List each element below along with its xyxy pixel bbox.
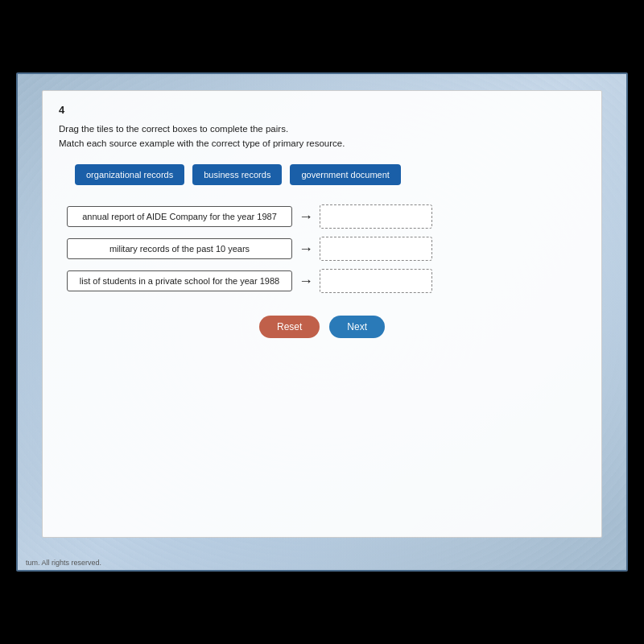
arrow-3: → xyxy=(299,273,313,290)
drop-box-3[interactable] xyxy=(320,269,432,293)
next-button[interactable]: Next xyxy=(329,316,385,338)
screen-inner: 4 Drag the tiles to the correct boxes to… xyxy=(18,74,626,570)
question-number: 4 xyxy=(59,104,585,116)
tile-government-document[interactable]: government document xyxy=(290,164,400,185)
instruction-2: Match each source example with the corre… xyxy=(59,138,585,148)
screen: 4 Drag the tiles to the correct boxes to… xyxy=(16,72,628,572)
question-card: 4 Drag the tiles to the correct boxes to… xyxy=(42,90,602,538)
pair-row-3: list of students in a private school for… xyxy=(67,269,585,293)
instruction-1: Drag the tiles to the correct boxes to c… xyxy=(59,124,585,134)
pairs-section: annual report of AIDE Company for the ye… xyxy=(59,204,585,293)
reset-button[interactable]: Reset xyxy=(259,316,320,338)
tile-organizational-records[interactable]: organizational records xyxy=(75,164,184,185)
tiles-row: organizational records business records … xyxy=(59,164,585,185)
arrow-1: → xyxy=(299,208,313,225)
arrow-2: → xyxy=(299,241,313,258)
tile-business-records[interactable]: business records xyxy=(192,164,282,185)
source-box-3: list of students in a private school for… xyxy=(67,270,292,291)
pair-row-2: military records of the past 10 years → xyxy=(67,237,585,261)
buttons-row: Reset Next xyxy=(59,316,585,338)
copyright: tum. All rights reserved. xyxy=(26,559,101,567)
source-box-2: military records of the past 10 years xyxy=(67,238,292,259)
pair-row-1: annual report of AIDE Company for the ye… xyxy=(67,204,585,229)
source-box-1: annual report of AIDE Company for the ye… xyxy=(67,206,292,227)
drop-box-2[interactable] xyxy=(320,237,432,261)
drop-box-1[interactable] xyxy=(320,204,432,229)
